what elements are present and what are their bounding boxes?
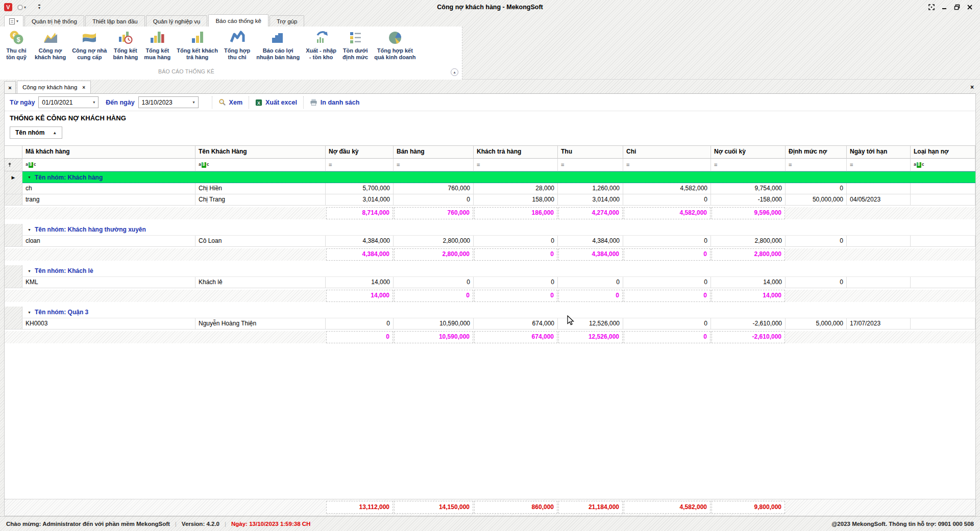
ribbon-item-xuat-nhap-ton-kho[interactable]: Xuất - nhập - tồn kho: [303, 28, 339, 62]
checklist-icon: [347, 30, 363, 46]
tab-quan-tri-he-thong[interactable]: Quản trị hệ thống: [24, 15, 84, 27]
grid-header-row: Mã khách hàng Tên Khách Hàng Nợ đầu kỳ B…: [5, 146, 975, 159]
filter-cell[interactable]: =: [623, 159, 711, 171]
summary-cell: 14,000: [326, 290, 393, 302]
col-header[interactable]: Nợ cuối kỳ: [711, 146, 786, 159]
table-row[interactable]: KH0003 Nguyễn Hoàng Thiện 0 10,590,000 6…: [5, 318, 975, 330]
filter-cell[interactable]: =: [394, 159, 474, 171]
text-filter-icon: aBc: [199, 162, 209, 168]
document-tab-label: Công nợ khách hàng: [22, 84, 77, 90]
col-header[interactable]: Thu: [558, 146, 623, 159]
arrow-over-bars-icon: [313, 30, 329, 46]
filter-pin-cell[interactable]: [5, 159, 22, 171]
filter-cell[interactable]: aBc: [22, 159, 195, 171]
ribbon-item-tong-ket-ban-hang[interactable]: Tổng kết bán hàng: [110, 28, 141, 62]
total-cell: 9,800,000: [712, 501, 785, 514]
tab-quan-ly-nghiep-vu[interactable]: Quản lý nghiệp vụ: [146, 15, 208, 27]
cell: 17/07/2023: [847, 318, 911, 330]
expand-icon[interactable]: ▼: [28, 228, 31, 232]
ribbon-item-tong-ket-mua-hang[interactable]: Tổng kết mua hàng: [141, 28, 174, 62]
dropdown-arrow-icon[interactable]: ▾: [190, 100, 198, 105]
cell: [911, 277, 975, 288]
from-date-input[interactable]: 01/10/2021 ▾: [38, 96, 99, 108]
ribbon-item-tong-ket-khach-tra-hang[interactable]: Tổng kết khách trả hàng: [174, 28, 221, 62]
document-tab[interactable]: Công nợ khách hàng ×: [17, 81, 91, 93]
collapse-ribbon-button[interactable]: ▴: [451, 68, 458, 76]
filter-cell[interactable]: =: [711, 159, 786, 171]
row-indicator: [5, 194, 22, 206]
dropdown-arrow-icon[interactable]: ▾: [90, 100, 98, 105]
separator: |: [225, 521, 226, 527]
tab-tro-giup[interactable]: Trợ gúp: [270, 15, 304, 27]
filter-cell[interactable]: =: [847, 159, 911, 171]
filter-cell[interactable]: =: [326, 159, 394, 171]
close-tab-icon[interactable]: ×: [82, 85, 85, 90]
filter-cell[interactable]: =: [474, 159, 558, 171]
ribbon-item-tong-hop-thu-chi[interactable]: Tổng hợp thu chi: [221, 28, 253, 62]
export-excel-button[interactable]: X Xuất excel: [255, 99, 297, 106]
ribbon-item-bao-cao-loi-nhuan[interactable]: Báo cáo lợi nhuận bán hàng: [253, 28, 303, 62]
filter-cell[interactable]: aBc: [911, 159, 975, 171]
col-header[interactable]: Tên Khách Hàng: [195, 146, 326, 159]
close-group-button[interactable]: ×: [4, 81, 16, 93]
tab-bao-cao-thong-ke[interactable]: Báo cáo thống kê: [208, 14, 268, 27]
filter-cell[interactable]: =: [558, 159, 623, 171]
col-header[interactable]: Định mức nợ: [786, 146, 847, 159]
col-header[interactable]: Khách trả hàng: [474, 146, 558, 159]
chevron-down-icon: ▾: [24, 5, 26, 10]
circle-icon: [17, 5, 23, 10]
filter-cell[interactable]: =: [786, 159, 847, 171]
summary-cell: 12,526,000: [558, 331, 623, 343]
grand-total-panel: 13,112,000 14,150,000 860,000 21,184,000…: [5, 499, 975, 516]
separator: [303, 96, 304, 109]
expand-icon[interactable]: ▼: [28, 175, 31, 179]
data-grid: Mã khách hàng Tên Khách Hàng Nợ đầu kỳ B…: [5, 145, 975, 516]
filter-cell[interactable]: aBc: [195, 159, 326, 171]
toolbar-position-icon[interactable]: ▾: [38, 5, 40, 10]
expand-icon[interactable]: ▼: [28, 269, 31, 273]
col-header[interactable]: Bán hàng: [394, 146, 474, 159]
group-row-khach-hang-thuong-xuyen[interactable]: ▼Tên nhóm: Khách hàng thường xuyên: [5, 224, 975, 236]
minimize-button[interactable]: [940, 3, 948, 11]
table-row[interactable]: cloan Cô Loan 4,384,000 2,800,000 0 4,38…: [5, 236, 975, 247]
cell: 5,000,000: [786, 318, 847, 330]
view-button[interactable]: Xem: [218, 98, 242, 106]
table-row[interactable]: trang Chị Trang 3,014,000 0 158,000 3,01…: [5, 194, 975, 206]
app-menu-button[interactable]: ▾: [4, 15, 23, 27]
cell: Chị Hiền: [195, 183, 326, 194]
ribbon-item-thu-chi-ton-quy[interactable]: €$ Thu chi tồn quỹ: [1, 28, 32, 62]
col-header[interactable]: Ngày tới hạn: [847, 146, 911, 159]
ribbon-item-cong-no-khach-hang[interactable]: Công nợ khách hàng: [32, 28, 69, 62]
table-row[interactable]: KML Khách lẻ 14,000 0 0 0 0 14,000 0: [5, 277, 975, 288]
app-logo-icon[interactable]: V: [4, 3, 12, 11]
status-bar: Chào mừng: Administrator đến với phần mề…: [0, 516, 980, 531]
cell: 3,014,000: [326, 194, 394, 206]
cell: KH0003: [22, 318, 195, 330]
table-row[interactable]: ch Chị Hiền 5,700,000 760,000 28,000 1,2…: [5, 183, 975, 194]
restore-button[interactable]: [953, 3, 961, 11]
cell: Cô Loan: [195, 236, 326, 247]
group-by-chip[interactable]: Tên nhóm ▲: [10, 127, 62, 139]
summary-cell: 2,800,000: [394, 248, 473, 261]
fit-screen-button[interactable]: [927, 3, 936, 11]
close-button[interactable]: [966, 3, 974, 11]
print-button[interactable]: In danh sách: [310, 98, 359, 106]
numeric-filter-icon: =: [714, 162, 717, 168]
col-header[interactable]: Loại hạn nợ: [911, 146, 975, 159]
expand-icon[interactable]: ▼: [28, 311, 31, 314]
group-row-khach-le[interactable]: ▼Tên nhóm: Khách lẻ: [5, 265, 975, 277]
cell: Nguyễn Hoàng Thiện: [195, 318, 326, 330]
tab-thiet-lap-ban-dau[interactable]: Thiết lập ban đầu: [85, 15, 145, 27]
ribbon-item-cong-no-nha-cung-cap[interactable]: Công nợ nhà cung cấp: [69, 28, 110, 62]
ribbon-item-ton-duoi-dinh-muc[interactable]: Tồn dưới định mức: [339, 28, 371, 62]
col-header[interactable]: Chi: [623, 146, 711, 159]
close-document-button[interactable]: ×: [970, 84, 974, 91]
col-header[interactable]: Mã khách hàng: [22, 146, 195, 159]
group-row-khach-hang[interactable]: ▶ ▼Tên nhóm: Khách hàng: [5, 171, 975, 183]
to-date-input[interactable]: 13/10/2023 ▾: [138, 96, 199, 108]
ribbon-item-tong-hop-ket-qua-kinh-doanh[interactable]: Tổng hợp kết quả kinh doanh: [371, 28, 419, 62]
group-row-quan-3[interactable]: ▼Tên nhóm: Quận 3: [5, 307, 975, 318]
col-header[interactable]: Nợ đầu kỳ: [326, 146, 394, 159]
quick-access-button[interactable]: ▾: [17, 5, 26, 10]
cell: [911, 236, 975, 247]
